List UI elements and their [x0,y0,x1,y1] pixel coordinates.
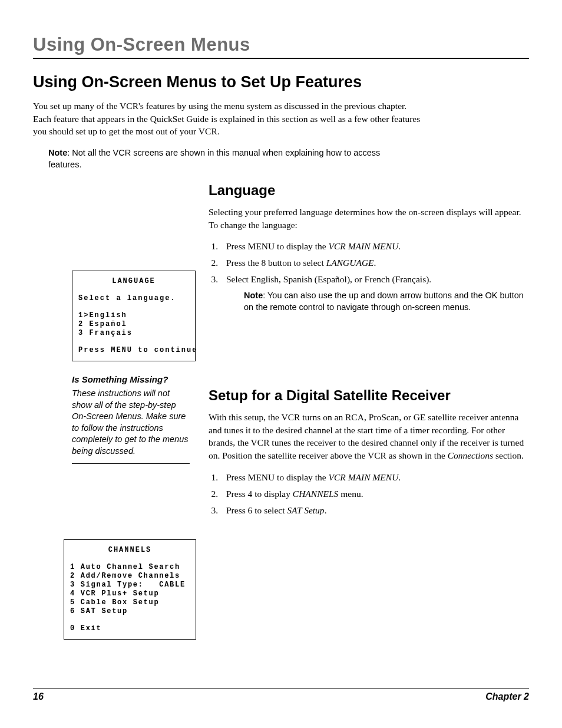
step-tail: . [398,241,401,251]
osd-line-4: 4 VCR Plus+ Setup [70,589,190,598]
osd-option-1: 1>English [78,311,189,320]
running-header: Using On-Screen Menus [33,34,529,55]
step-text: Press MENU to display the [226,241,329,251]
sidebar-heading: Is Something Missing? [72,374,191,384]
step-text: Press the 8 button to select [226,258,326,268]
header-rule [33,58,529,59]
language-intro: Selecting your preferred language determ… [209,206,529,231]
step-em: CHANNELS [293,489,339,499]
osd-line-3: 3 Signal Type: CABLE [70,581,190,589]
step-text: Press 4 to display [226,489,293,499]
step-3: Press 6 to select SAT Setup. [220,503,529,518]
osd-line-6: 6 SAT Setup [70,607,190,616]
top-note: Note: Not all the VCR screens are shown … [48,147,402,170]
step-1: Press MENU to display the VCR MAIN MENU. [220,239,529,253]
step-3: Select English, Spanish (Español), or Fr… [220,272,529,313]
step-2: Press 4 to display CHANNELS menu. [220,487,529,501]
para-tail: section. [493,450,524,460]
osd-option-2: 2 Español [78,320,189,329]
note-text: : Not all the VCR screens are shown in t… [48,148,380,169]
osd-line-5: 5 Cable Box Setup [70,598,190,607]
step-text: Press MENU to display the [226,472,329,482]
page-number: 16 [33,691,44,702]
page-title: Using On-Screen Menus to Set Up Features [33,73,529,91]
note-label: Note [48,148,67,157]
osd-line-1: 1 Auto Channel Search [70,563,190,572]
osd-option-3: 3 Français [78,329,189,338]
osd-footer: Press MENU to continue [78,346,189,355]
intro-paragraph: You set up many of the VCR's features by… [33,100,422,138]
osd-title: CHANNELS [70,546,190,555]
note-label: Note [244,291,263,300]
satellite-steps: Press MENU to display the VCR MAIN MENU.… [209,470,529,518]
step-tail: . [325,505,327,515]
sidebar-rule [72,463,190,464]
step-tail: . [374,258,376,268]
osd-channels-screen: CHANNELS 1 Auto Channel Search 2 Add/Rem… [64,539,196,640]
osd-line-2: 2 Add/Remove Channels [70,572,190,581]
step-tail: . [398,472,401,482]
para-em: Connections [448,450,494,460]
step-1: Press MENU to display the VCR MAIN MENU. [220,470,529,485]
page-footer: 16 Chapter 2 [33,689,529,702]
step-text: Select English, Spanish (Español), or Fr… [226,274,431,284]
language-note: Note: You can also use the up and down a… [244,290,529,313]
step-text: Press 6 to select [226,505,287,515]
step-em: LANGUAGE [326,258,374,268]
step-em: VCR MAIN MENU [329,241,399,251]
sidebar-paragraph: These instructions will not show all of … [72,388,190,457]
chapter-label: Chapter 2 [485,691,529,702]
osd-line: Select a language. [78,294,189,303]
language-heading: Language [209,182,529,199]
step-2: Press the 8 button to select LANGUAGE. [220,256,529,270]
note-text: : You can also use the up and down arrow… [244,291,524,312]
step-em: SAT Setup [287,505,324,515]
language-steps: Press MENU to display the VCR MAIN MENU.… [209,239,529,313]
step-em: VCR MAIN MENU [329,472,399,482]
osd-language-screen: LANGUAGE Select a language. 1>English 2 … [72,271,196,361]
satellite-intro: With this setup, the VCR turns on an RCA… [209,411,529,462]
osd-title: LANGUAGE [78,277,189,286]
osd-exit: 0 Exit [70,624,190,633]
satellite-heading: Setup for a Digital Satellite Receiver [209,387,529,404]
step-tail: menu. [338,489,363,499]
